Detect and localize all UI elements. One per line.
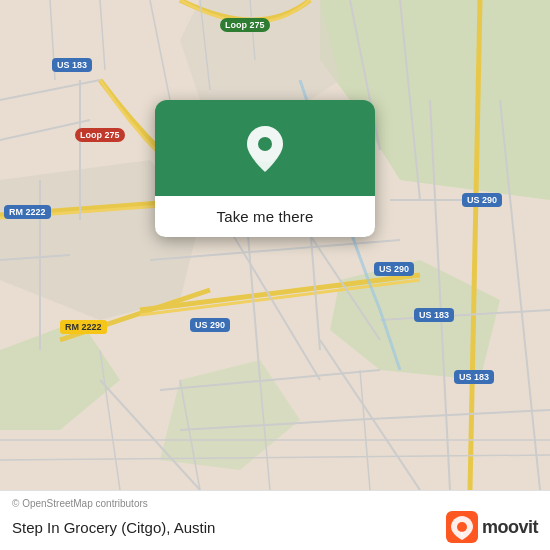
- place-name: Step In Grocery (Citgo), Austin: [12, 519, 215, 536]
- location-pin-icon: [241, 122, 289, 174]
- svg-point-46: [258, 137, 272, 151]
- bottom-bar: © OpenStreetMap contributors Step In Gro…: [0, 490, 550, 550]
- badge-rm2222-bottom: RM 2222: [60, 320, 107, 334]
- badge-us290-right: US 290: [374, 262, 414, 276]
- popup-card: Take me there: [155, 100, 375, 237]
- badge-us183-top: US 183: [52, 58, 92, 72]
- svg-point-48: [457, 522, 467, 532]
- map-container: Loop 275 US 183 Loop 275 RM 2222 RM 2222…: [0, 0, 550, 490]
- moovit-logo: moovit: [446, 511, 538, 543]
- take-me-there-button[interactable]: Take me there: [155, 196, 375, 237]
- moovit-brand-icon: [446, 511, 478, 543]
- popup-icon-area: [235, 118, 295, 178]
- moovit-brand-text: moovit: [482, 517, 538, 538]
- badge-loop275-left: Loop 275: [75, 128, 125, 142]
- map-background: [0, 0, 550, 490]
- badge-rm2222-left: RM 2222: [4, 205, 51, 219]
- badge-us183-right-bottom: US 183: [454, 370, 494, 384]
- badge-us290-bottom: US 290: [190, 318, 230, 332]
- badge-us183-bottom-right: US 183: [414, 308, 454, 322]
- map-attribution: © OpenStreetMap contributors: [12, 498, 538, 509]
- badge-loop275-top: Loop 275: [220, 18, 270, 32]
- place-info: Step In Grocery (Citgo), Austin moovit: [12, 511, 538, 543]
- badge-us290-far-right: US 290: [462, 193, 502, 207]
